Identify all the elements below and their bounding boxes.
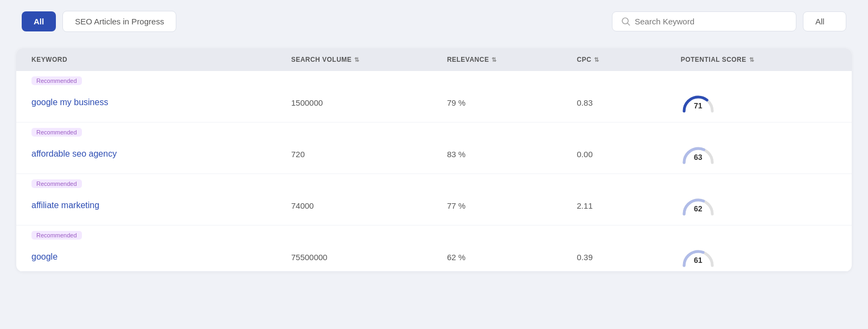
table-body: Recommendedgoogle my business150000079 %… bbox=[16, 71, 852, 272]
gauge: 61 bbox=[681, 246, 716, 268]
col-cpc[interactable]: CPC ⇅ bbox=[577, 56, 680, 63]
cpc-cell: 0.83 bbox=[577, 98, 680, 107]
sort-potential-score-icon: ⇅ bbox=[749, 56, 754, 63]
table-row: affordable seo agency72083 %0.00 63 bbox=[16, 137, 852, 173]
col-relevance[interactable]: RELEVANCE ⇅ bbox=[447, 56, 577, 63]
sort-relevance-icon: ⇅ bbox=[492, 56, 496, 63]
gauge-label: 71 bbox=[694, 101, 703, 110]
keyword-cell[interactable]: google my business bbox=[31, 98, 291, 107]
table-header: KEYWORD SEARCH VOLUME ⇅ RELEVANCE ⇅ CPC … bbox=[16, 48, 852, 71]
col-potential-score[interactable]: POTENTIAL SCORE ⇅ bbox=[681, 56, 837, 63]
cpc-cell: 0.39 bbox=[577, 253, 680, 262]
table-row-group: Recommendedaffiliate marketing7400077 %2… bbox=[16, 174, 852, 225]
recommended-badge: Recommended bbox=[31, 231, 82, 240]
table-row-group: Recommendedgoogle7550000062 %0.39 61 bbox=[16, 225, 852, 272]
table-row: affiliate marketing7400077 %2.11 62 bbox=[16, 188, 852, 225]
gauge: 71 bbox=[681, 92, 716, 113]
keyword-cell[interactable]: google bbox=[31, 252, 291, 262]
recommended-badge: Recommended bbox=[31, 76, 82, 85]
table-row: google my business150000079 %0.83 71 bbox=[16, 85, 852, 122]
keyword-cell[interactable]: affordable seo agency bbox=[31, 149, 291, 159]
table-row-group: Recommendedaffordable seo agency72083 %0… bbox=[16, 122, 852, 174]
sort-search-volume-icon: ⇅ bbox=[354, 56, 359, 63]
gauge: 63 bbox=[681, 143, 716, 165]
potential-score-cell: 63 bbox=[681, 143, 837, 165]
search-volume-cell: 720 bbox=[291, 150, 447, 159]
gauge-label: 63 bbox=[694, 153, 703, 162]
relevance-cell: 83 % bbox=[447, 150, 577, 159]
top-bar: All SEO Articles in Progress All bbox=[0, 0, 868, 43]
search-icon bbox=[621, 17, 630, 26]
potential-score-cell: 61 bbox=[681, 246, 837, 268]
col-keyword: KEYWORD bbox=[31, 56, 291, 63]
search-volume-cell: 75500000 bbox=[291, 253, 447, 262]
gauge: 62 bbox=[681, 195, 716, 216]
search-box bbox=[612, 11, 796, 31]
sort-cpc-icon: ⇅ bbox=[594, 56, 599, 63]
potential-score-cell: 71 bbox=[681, 92, 837, 113]
col-search-volume[interactable]: SEARCH VOLUME ⇅ bbox=[291, 56, 447, 63]
search-volume-cell: 1500000 bbox=[291, 98, 447, 107]
cpc-cell: 0.00 bbox=[577, 150, 680, 159]
recommended-badge: Recommended bbox=[31, 179, 82, 188]
table-row-group: Recommendedgoogle my business150000079 %… bbox=[16, 71, 852, 122]
search-input[interactable] bbox=[635, 17, 787, 26]
relevance-cell: 77 % bbox=[447, 201, 577, 210]
seo-articles-button[interactable]: SEO Articles in Progress bbox=[62, 11, 176, 32]
keyword-cell[interactable]: affiliate marketing bbox=[31, 201, 291, 210]
all-button[interactable]: All bbox=[22, 11, 56, 31]
svg-line-1 bbox=[628, 23, 630, 25]
recommended-badge: Recommended bbox=[31, 128, 82, 137]
cpc-cell: 2.11 bbox=[577, 201, 680, 210]
filter-dropdown[interactable]: All bbox=[803, 11, 846, 31]
keyword-table: KEYWORD SEARCH VOLUME ⇅ RELEVANCE ⇅ CPC … bbox=[16, 48, 852, 272]
table-row: google7550000062 %0.39 61 bbox=[16, 240, 852, 271]
relevance-cell: 62 % bbox=[447, 253, 577, 262]
potential-score-cell: 62 bbox=[681, 195, 837, 216]
search-volume-cell: 74000 bbox=[291, 201, 447, 210]
gauge-label: 62 bbox=[694, 204, 703, 213]
gauge-label: 61 bbox=[694, 256, 703, 265]
relevance-cell: 79 % bbox=[447, 98, 577, 107]
